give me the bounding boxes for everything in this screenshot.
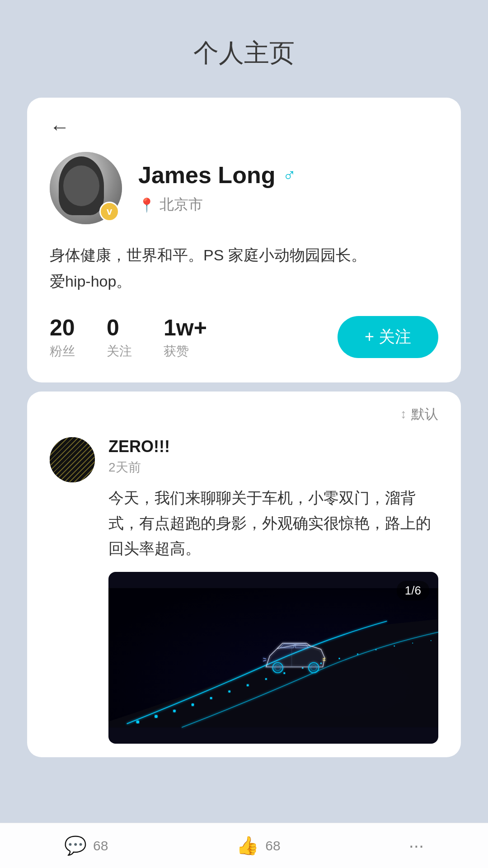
- back-button[interactable]: ←: [50, 116, 70, 138]
- profile-header: v James Long ♂ 📍 北京市: [50, 152, 438, 224]
- fans-label: 粉丝: [50, 343, 75, 360]
- stat-following: 0 关注: [107, 315, 132, 360]
- svg-point-4: [192, 703, 194, 706]
- gender-icon: ♂: [282, 165, 296, 185]
- following-value: 0: [107, 315, 119, 341]
- avatar-wrapper: v: [50, 152, 122, 224]
- location-icon: 📍: [138, 197, 155, 213]
- svg-point-17: [431, 640, 432, 641]
- svg-point-5: [210, 697, 212, 699]
- bio-line2: 爱hip-hop。: [50, 273, 131, 290]
- username: James Long: [138, 161, 275, 189]
- post-text: 今天，我们来聊聊关于车机，小零双门，溜背式，有点超跑的身影，外观确实很惊艳，路上…: [108, 485, 438, 561]
- stat-likes: 1w+ 获赞: [164, 315, 207, 360]
- stats-row: 20 粉丝 0 关注 1w+ 获赞 + 关注: [50, 315, 438, 360]
- comment-icon: 💬: [64, 835, 87, 856]
- location-text: 北京市: [160, 195, 203, 215]
- sort-label[interactable]: 默认: [411, 405, 438, 424]
- post-item: ZERO!!! 2天前 今天，我们来聊聊关于车机，小零双门，溜背式，有点超跑的身…: [50, 437, 438, 757]
- profile-info: James Long ♂ 📍 北京市: [138, 161, 438, 215]
- bottom-bar: 💬 68 👍 68 ···: [0, 823, 488, 868]
- svg-point-18: [272, 662, 283, 673]
- svg-point-16: [412, 642, 413, 643]
- post-avatar[interactable]: [50, 437, 95, 482]
- svg-point-10: [302, 667, 303, 669]
- like-icon: 👍: [236, 835, 259, 856]
- svg-point-3: [173, 710, 176, 712]
- more-icon: ···: [409, 835, 424, 856]
- svg-point-14: [375, 649, 376, 650]
- post-avatar-image: [50, 437, 95, 482]
- sort-icon: ↕: [400, 407, 407, 421]
- post-time: 2天前: [108, 459, 438, 476]
- svg-point-8: [265, 678, 267, 680]
- svg-point-20: [309, 662, 319, 673]
- svg-point-2: [155, 715, 157, 717]
- likes-value: 1w+: [164, 315, 207, 341]
- post-image[interactable]: 1/6: [108, 572, 438, 744]
- svg-point-1: [136, 721, 139, 723]
- svg-point-7: [247, 684, 249, 686]
- page-title: 个人主页: [0, 0, 488, 98]
- comment-count: 68: [93, 838, 108, 854]
- image-counter: 1/6: [397, 581, 429, 600]
- like-count: 68: [265, 838, 280, 854]
- profile-card: ← v James Long ♂ 📍 北京市 身体健康，世界和平。PS 家庭小动…: [27, 98, 461, 382]
- svg-point-12: [338, 658, 340, 659]
- svg-point-6: [228, 690, 230, 693]
- like-tab[interactable]: 👍 68: [236, 835, 280, 856]
- feed-card: ↕ 默认 ZERO!!! 2天前 今天，我们来聊聊关于车机，小零双门，溜背式，有…: [27, 392, 461, 757]
- post-username[interactable]: ZERO!!!: [108, 437, 438, 456]
- bio-line1: 身体健康，世界和平。PS 家庭小动物园园长。: [50, 246, 366, 264]
- svg-point-15: [394, 646, 394, 646]
- profile-bio: 身体健康，世界和平。PS 家庭小动物园园长。 爱hip-hop。: [50, 242, 438, 295]
- fans-value: 20: [50, 315, 75, 341]
- verified-badge: v: [99, 202, 119, 222]
- svg-point-13: [357, 653, 358, 655]
- car-scene: [108, 572, 438, 744]
- svg-point-9: [283, 672, 285, 674]
- profile-location: 📍 北京市: [138, 195, 438, 215]
- sort-row: ↕ 默认: [50, 405, 438, 437]
- stat-fans: 20 粉丝: [50, 315, 75, 360]
- car-svg: [108, 572, 438, 744]
- likes-label: 获赞: [164, 343, 189, 360]
- profile-name-row: James Long ♂: [138, 161, 438, 189]
- following-label: 关注: [107, 343, 132, 360]
- more-tab[interactable]: ···: [409, 835, 424, 856]
- comment-tab[interactable]: 💬 68: [64, 835, 108, 856]
- post-content: ZERO!!! 2天前 今天，我们来聊聊关于车机，小零双门，溜背式，有点超跑的身…: [108, 437, 438, 744]
- follow-button[interactable]: + 关注: [338, 316, 438, 358]
